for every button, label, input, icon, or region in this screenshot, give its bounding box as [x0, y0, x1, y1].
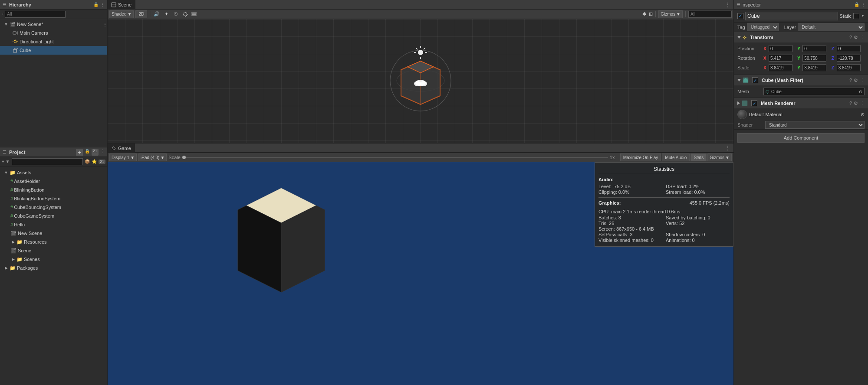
- mesh-renderer-settings-icon[interactable]: ⚙: [854, 101, 858, 106]
- scene-lighting-btn[interactable]: [181, 10, 189, 18]
- project-favorites-icon[interactable]: ⭐: [92, 159, 97, 164]
- svg-line-24: [416, 48, 418, 49]
- pos-z-label: Z: [832, 46, 836, 51]
- scene-panel-more[interactable]: ⋮: [722, 0, 733, 9]
- shading-mode-dropdown[interactable]: Shaded ▼: [109, 10, 134, 18]
- pos-x-input[interactable]: [769, 45, 792, 52]
- transform-header[interactable]: ⊹ Transform ? ⚙ ⋮: [734, 32, 868, 42]
- scale-track[interactable]: [182, 157, 608, 158]
- project-item-scenes[interactable]: ▶ 📁 Scenes: [0, 255, 107, 264]
- mesh-filter-help-icon[interactable]: ?: [849, 78, 852, 83]
- hierarchy-more-icon[interactable]: ⋮: [100, 2, 105, 7]
- material-select-icon[interactable]: ⊙: [861, 112, 865, 117]
- transform-expand-arrow: [737, 36, 741, 39]
- rot-y-input[interactable]: [802, 55, 826, 62]
- stats-cpu: CPU: main 2.1ms render thread 0.6ms: [598, 209, 680, 214]
- scale-x-input[interactable]: [769, 64, 792, 71]
- rot-z-input[interactable]: [837, 55, 861, 62]
- game-gizmos-dropdown[interactable]: Gizmos ▼: [707, 153, 732, 161]
- mesh-filter-active-checkbox[interactable]: ✓: [752, 77, 758, 83]
- mesh-renderer-help-icon[interactable]: ?: [849, 101, 852, 106]
- rot-x-input[interactable]: [769, 55, 792, 62]
- project-item-new-scene[interactable]: 🎬 New Scene: [0, 229, 107, 238]
- hierarchy-item-cube[interactable]: Cube: [0, 46, 107, 55]
- hierarchy-item-directional-light[interactable]: Directional Light: [0, 37, 107, 46]
- object-active-checkbox[interactable]: ✓: [737, 13, 743, 19]
- shader-dropdown[interactable]: Standard: [765, 121, 865, 129]
- project-more-icon[interactable]: ⋮: [100, 149, 105, 156]
- mesh-renderer-header[interactable]: ✓ Mesh Renderer ? ⚙ ⋮: [734, 98, 868, 108]
- svg-point-2: [14, 40, 16, 43]
- mesh-renderer-active-checkbox[interactable]: ✓: [751, 100, 757, 106]
- project-item-blinkingbutton[interactable]: # BlinkingButton: [0, 186, 107, 194]
- hierarchy-scene-root[interactable]: ▼ 🎬 New Scene* ⋮: [0, 20, 107, 29]
- project-packages-icon[interactable]: 📦: [85, 159, 90, 164]
- scale-y-input[interactable]: [802, 64, 826, 71]
- mesh-filter-header[interactable]: ✓ Cube (Mesh Filter) ? ⚙ ⋮: [734, 75, 868, 85]
- project-item-cubegamesystem[interactable]: # CubeGameSystem: [0, 212, 107, 220]
- mesh-filter-icon: [743, 77, 749, 83]
- transform-settings-icon[interactable]: ⚙: [854, 35, 858, 40]
- transform-more-icon[interactable]: ⋮: [860, 35, 865, 40]
- shader-label: Shader: [737, 122, 763, 127]
- pos-z-input[interactable]: [837, 45, 861, 52]
- hierarchy-search-input[interactable]: [5, 11, 66, 18]
- tag-dropdown[interactable]: Untagged: [747, 23, 779, 31]
- rot-y-label: Y: [797, 56, 802, 61]
- position-row: Position X Y Z: [737, 44, 865, 53]
- mute-audio-button[interactable]: Mute Audio: [662, 153, 690, 161]
- project-item-scene[interactable]: 🎬 Scene: [0, 246, 107, 255]
- project-panel-header: ☰ Project + 🔒 21 ⋮: [0, 147, 107, 157]
- scene-cube-svg: [377, 37, 464, 124]
- layer-dropdown[interactable]: Default: [798, 23, 865, 31]
- hierarchy-item-main-camera[interactable]: Main Camera: [0, 29, 107, 37]
- project-item-assetholder[interactable]: # AssetHolder: [0, 177, 107, 186]
- scene-tab[interactable]: Scene: [108, 0, 135, 10]
- scene-search-input[interactable]: [688, 11, 732, 18]
- game-panel-more[interactable]: ⋮: [722, 144, 733, 152]
- scene-grid-icon[interactable]: ⊞: [649, 11, 653, 17]
- tag-layer-row: Tag Untagged Layer Default: [734, 23, 868, 32]
- maximize-on-play-button[interactable]: Maximize On Play: [620, 153, 661, 161]
- project-item-blinkingbuttonsystem[interactable]: # BlinkingButtonSystem: [0, 194, 107, 203]
- aspect-dropdown[interactable]: iPad (4:3) ▼: [138, 153, 167, 161]
- display-dropdown[interactable]: Display 1 ▼: [109, 153, 137, 161]
- object-name-input[interactable]: [745, 12, 838, 20]
- scene-more-icon[interactable]: ⋮: [103, 22, 107, 27]
- mesh-renderer-more-icon[interactable]: ⋮: [860, 101, 865, 106]
- project-content: ▼ 📁 Assets # AssetHolder # BlinkingButto…: [0, 166, 107, 385]
- cube-icon: [12, 47, 18, 53]
- scale-z-input[interactable]: [837, 64, 861, 71]
- project-search-input[interactable]: [12, 158, 83, 165]
- audio-icon-btn[interactable]: 🔊: [153, 10, 161, 18]
- project-item-assets[interactable]: ▼ 📁 Assets: [0, 168, 107, 177]
- game-gizmos-arrow: ▼: [725, 155, 730, 160]
- add-component-button[interactable]: Add Component: [737, 133, 865, 143]
- pos-y-input[interactable]: [802, 45, 826, 52]
- project-add-icon[interactable]: + ▼: [2, 159, 10, 164]
- static-dropdown-arrow[interactable]: ▼: [861, 14, 865, 18]
- scene-more-tools[interactable]: ✱: [642, 11, 646, 17]
- gizmos-dropdown[interactable]: Gizmos ▼: [658, 10, 683, 18]
- project-item-hello[interactable]: # Hello: [0, 220, 107, 229]
- project-add-button[interactable]: +: [76, 149, 83, 156]
- inspector-more-icon[interactable]: ⋮: [861, 2, 865, 7]
- mesh-select-icon[interactable]: ⊙: [859, 89, 862, 94]
- stats-button[interactable]: Stats: [690, 153, 707, 161]
- project-badge-count: 21: [99, 160, 105, 164]
- mesh-filter-settings-icon[interactable]: ⚙: [854, 78, 858, 83]
- game-tab[interactable]: Game: [108, 144, 135, 153]
- project-item-cubebouncingsystem[interactable]: # CubeBouncingSystem: [0, 203, 107, 212]
- static-checkbox[interactable]: [853, 13, 859, 19]
- project-item-packages[interactable]: ▶ 📁 Packages: [0, 264, 107, 272]
- scale-thumb[interactable]: [182, 156, 186, 159]
- transform-help-icon[interactable]: ?: [849, 35, 852, 40]
- mesh-filter-more-icon[interactable]: ⋮: [860, 78, 865, 83]
- position-label: Position: [737, 46, 763, 51]
- 2d-button[interactable]: 2D: [135, 10, 147, 18]
- project-item-resources[interactable]: ▶ 📁 Resources: [0, 238, 107, 246]
- fx-icon-btn[interactable]: ✦: [162, 10, 170, 18]
- stats-clipping: Clipping: 0.0%: [598, 189, 662, 195]
- game-controls-bar: Display 1 ▼ iPad (4:3) ▼ Scale 1x Maximi…: [108, 153, 733, 162]
- toggle-icon-btn[interactable]: ☉: [172, 10, 180, 18]
